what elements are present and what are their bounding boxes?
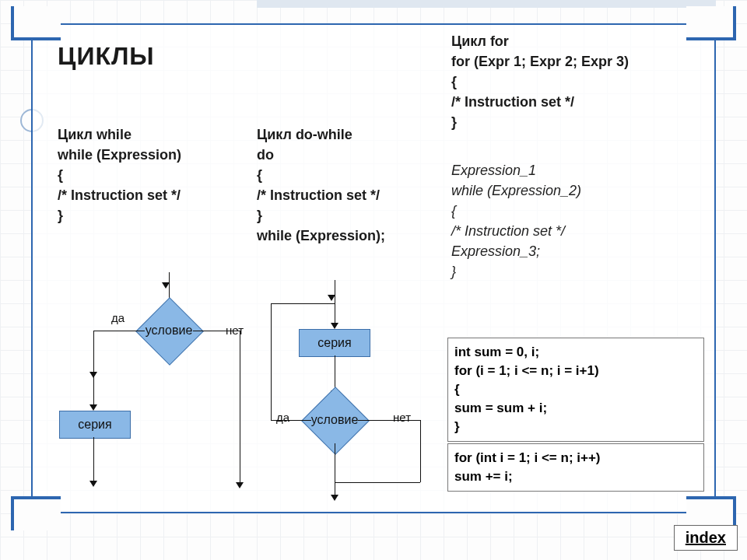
do-while-syntax: Цикл do-while do { /* Instruction set */… (257, 124, 444, 246)
top-decorative-band (257, 0, 716, 8)
page-title: ЦИКЛЫ (58, 42, 155, 71)
for-syntax: Цикл for for (Expr 1; Expr 2; Expr 3) { … (451, 31, 708, 132)
code-example-1: int sum = 0, i; for (i = 1; i <= n; i = … (447, 338, 704, 442)
while-syntax: Цикл while while (Expression) { /* Instr… (58, 124, 244, 226)
bracket-top-left (11, 6, 61, 40)
for-expanded: Expression_1 while (Expression_2) { /* I… (451, 160, 581, 282)
index-link[interactable]: index (674, 525, 738, 551)
bracket-bottom-left (11, 496, 61, 530)
code-example-2: for (int i = 1; i <= n; i++) sum += i; (447, 443, 704, 492)
